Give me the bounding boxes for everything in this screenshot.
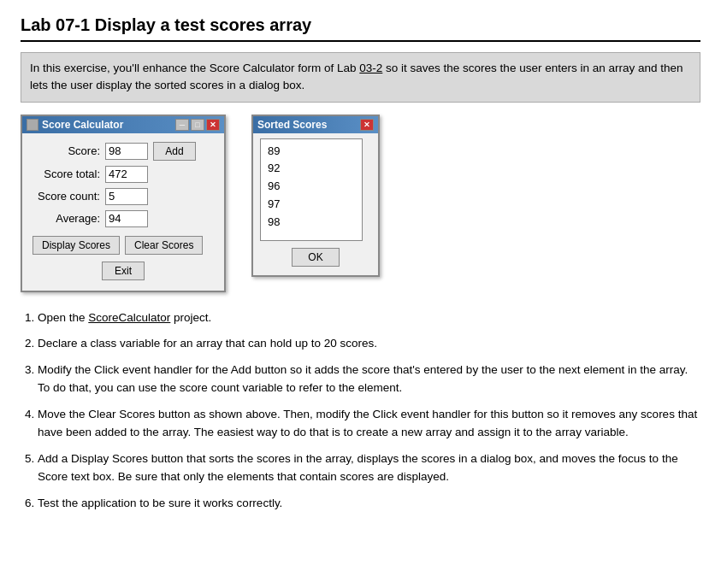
- score-count-input[interactable]: [105, 188, 148, 205]
- add-btn-wrap: Add: [153, 142, 196, 161]
- restore-button[interactable]: □: [191, 119, 204, 131]
- score-count-row: Score count:: [33, 188, 214, 205]
- instruction-6: Test the application to be sure it works…: [38, 495, 700, 513]
- average-label: Average:: [33, 212, 105, 225]
- instruction-5: Add a Display Scores button that sorts t…: [38, 450, 700, 486]
- dialog-title: Score Calculator: [42, 119, 123, 131]
- win-controls: ─ □ ✕: [175, 119, 220, 131]
- instructions-list: Open the ScoreCalculator project. Declar…: [21, 309, 700, 513]
- sorted-close-button[interactable]: ✕: [360, 119, 374, 131]
- average-input[interactable]: [105, 210, 148, 227]
- app-icon: [27, 119, 38, 131]
- score-count-label: Score count:: [33, 190, 105, 203]
- instruction-1: Open the ScoreCalculator project.: [38, 309, 700, 327]
- sorted-scores-dialog: Sorted Scores ✕ 89 92 96 97 98 OK: [251, 115, 380, 277]
- add-button[interactable]: Add: [153, 142, 196, 161]
- action-buttons-row: Display Scores Clear Scores: [33, 236, 214, 255]
- score-item-4: 97: [268, 196, 355, 214]
- exit-row: Exit: [33, 262, 214, 280]
- display-scores-button[interactable]: Display Scores: [33, 236, 120, 255]
- score-total-input[interactable]: [105, 166, 148, 183]
- score-item-5: 98: [268, 214, 355, 232]
- score-item-2: 92: [268, 160, 355, 178]
- score-input[interactable]: [105, 143, 148, 160]
- score-calculator-titlebar: Score Calculator ─ □ ✕: [22, 116, 224, 133]
- sorted-scores-list: 89 92 96 97 98: [260, 138, 363, 241]
- sorted-title: Sorted Scores: [257, 119, 327, 131]
- clear-scores-button[interactable]: Clear Scores: [125, 236, 203, 255]
- sorted-titlebar: Sorted Scores ✕: [253, 116, 378, 133]
- average-row: Average:: [33, 210, 214, 227]
- score-calculator-dialog: Score Calculator ─ □ ✕ Score: Add Score …: [21, 115, 226, 292]
- instruction-3: Modify the Click event handler for the A…: [38, 362, 700, 397]
- score-calculator-link: ScoreCalculator: [88, 311, 170, 324]
- sorted-body: 89 92 96 97 98 OK: [253, 133, 378, 275]
- intro-text-1: In this exercise, you'll enhance the Sco…: [30, 62, 359, 74]
- exit-button[interactable]: Exit: [102, 262, 145, 280]
- page-title: Lab 07-1 Display a test scores array: [21, 15, 700, 42]
- score-item-3: 96: [268, 178, 355, 196]
- score-calculator-body: Score: Add Score total: Score count: Ave…: [22, 133, 224, 291]
- screenshots-row: Score Calculator ─ □ ✕ Score: Add Score …: [21, 115, 700, 292]
- score-item-1: 89: [268, 143, 355, 161]
- instruction-2: Declare a class variable for an array th…: [38, 335, 700, 353]
- score-row: Score: Add: [33, 142, 214, 161]
- minimize-button[interactable]: ─: [175, 119, 189, 131]
- titlebar-left: Score Calculator: [27, 119, 123, 131]
- score-total-label: Score total:: [33, 168, 105, 180]
- instruction-4: Move the Clear Scores button as shown ab…: [38, 406, 700, 442]
- intro-box: In this exercise, you'll enhance the Sco…: [21, 52, 700, 103]
- score-label: Score:: [33, 144, 105, 157]
- sorted-ok-button[interactable]: OK: [292, 248, 339, 267]
- lab-link[interactable]: 03-2: [359, 62, 382, 74]
- sorted-ok-row: OK: [260, 248, 371, 267]
- close-button[interactable]: ✕: [206, 119, 220, 131]
- score-total-row: Score total:: [33, 166, 214, 183]
